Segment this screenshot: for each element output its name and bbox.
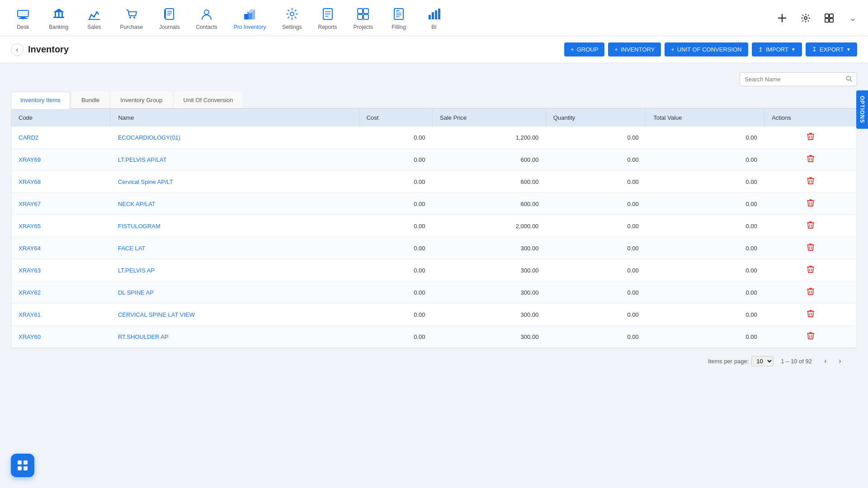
svg-rect-29 [358, 9, 363, 14]
tab-unit-of-conversion[interactable]: Unit Of Conversion [174, 92, 243, 108]
nav-projects[interactable]: Projects [347, 2, 379, 34]
delete-button[interactable] [804, 220, 817, 232]
top-navigation: Desk Banking [0, 0, 868, 36]
svg-point-20 [204, 10, 209, 14]
table-row: XRAY68 Cervical Spine AP/LT 0.00 600.00 … [11, 171, 857, 193]
row-code[interactable]: XRAY67 [19, 201, 41, 207]
search-input[interactable] [745, 76, 842, 83]
svg-rect-3 [19, 11, 28, 16]
delete-button[interactable] [804, 264, 817, 276]
nav-banking-label: Banking [49, 24, 68, 30]
row-quantity: 0.00 [546, 193, 646, 215]
delete-button[interactable] [804, 286, 817, 298]
sales-icon [86, 6, 102, 22]
group-button[interactable]: + GROUP [564, 42, 604, 56]
page-info: 1 – 10 of 92 [781, 358, 812, 365]
row-quantity: 0.00 [546, 171, 646, 193]
row-total-value: 0.00 [646, 215, 764, 237]
svg-rect-34 [396, 10, 400, 11]
row-sale-price: 1,200.00 [433, 127, 546, 149]
import-button[interactable]: ↥ IMPORT ▼ [752, 42, 802, 56]
table-row: XRAY69 LT.PELVIS AP/LAT 0.00 600.00 0.00… [11, 149, 857, 171]
per-page-select[interactable]: 10 25 50 [751, 356, 774, 366]
row-sale-price: 300.00 [433, 326, 546, 348]
col-quantity: Quantity [546, 109, 646, 127]
row-name[interactable]: RT.SHOULDER AP [118, 333, 169, 340]
search-icon[interactable] [846, 75, 852, 83]
row-code[interactable]: XRAY62 [19, 289, 41, 296]
tab-inventory-items[interactable]: Inventory Items [11, 92, 70, 109]
svg-rect-39 [432, 12, 434, 19]
tab-bundle[interactable]: Bundle [72, 92, 109, 108]
chevron-down-icon[interactable]: ⌄ [844, 10, 861, 26]
svg-point-10 [90, 14, 92, 16]
nav-desk[interactable]: Desk [7, 2, 39, 34]
delete-button[interactable] [804, 242, 817, 254]
row-total-value: 0.00 [646, 193, 764, 215]
svg-point-24 [290, 12, 294, 16]
row-name[interactable]: Cervical Spine AP/LT [118, 178, 173, 185]
add-button[interactable] [774, 10, 790, 26]
back-button[interactable]: ‹ [11, 43, 24, 56]
row-name[interactable]: CERVICAL SPINE LAT VIEW [118, 311, 195, 318]
next-page-button[interactable]: › [834, 355, 846, 367]
col-cost: Cost [359, 109, 432, 127]
grid-icon[interactable] [821, 10, 837, 26]
table-row: XRAY67 NECK AP/LAT 0.00 600.00 0.00 0.00 [11, 193, 857, 215]
page-header-left: ‹ Inventory [11, 43, 69, 56]
export-button[interactable]: ↧ EXPORT ▼ [806, 42, 857, 56]
tabs: Inventory Items Bundle Inventory Group U… [11, 92, 857, 109]
options-tab[interactable]: OPTIONS [856, 90, 868, 129]
row-name[interactable]: DL SPINE AP [118, 289, 154, 296]
pagination: Items per page: 10 25 50 1 – 10 of 92 ‹ … [11, 348, 857, 374]
row-quantity: 0.00 [546, 304, 646, 326]
svg-rect-1 [20, 17, 26, 18]
row-code[interactable]: XRAY60 [19, 333, 41, 340]
plus-icon: + [571, 46, 574, 53]
prev-page-button[interactable]: ‹ [819, 355, 832, 367]
nav-settings[interactable]: Settings [276, 2, 308, 34]
delete-button[interactable] [804, 309, 817, 320]
nav-banking[interactable]: Banking [42, 2, 75, 34]
delete-button[interactable] [804, 331, 817, 343]
nav-sales[interactable]: Sales [78, 2, 110, 34]
row-quantity: 0.00 [546, 149, 646, 171]
import-icon: ↥ [758, 46, 763, 53]
gear-icon[interactable] [797, 10, 814, 26]
nav-pro-inventory[interactable]: Pro Inventory [227, 2, 272, 34]
table-row: XRAY60 RT.SHOULDER AP 0.00 300.00 0.00 0… [11, 326, 857, 348]
import-dropdown-arrow: ▼ [791, 47, 796, 52]
nav-reports[interactable]: Reports [312, 2, 344, 34]
delete-button[interactable] [804, 176, 817, 188]
inventory-button[interactable]: + INVENTORY [608, 42, 661, 56]
row-cost: 0.00 [359, 282, 432, 304]
row-code[interactable]: XRAY69 [19, 156, 41, 163]
unit-of-conversion-button[interactable]: + UNIT OF CONVERSION [665, 42, 748, 56]
row-cost: 0.00 [359, 193, 432, 215]
row-code[interactable]: XRAY65 [19, 223, 41, 230]
row-name[interactable]: FISTULOGRAM [118, 223, 160, 230]
row-name[interactable]: FACE LAT [118, 245, 145, 252]
delete-button[interactable] [804, 198, 817, 210]
row-name[interactable]: ECOCARDIOLOGY(01) [118, 134, 180, 141]
row-code[interactable]: CARD2 [19, 134, 38, 141]
delete-button[interactable] [804, 131, 817, 143]
delete-button[interactable] [804, 154, 817, 165]
nav-contacts[interactable]: Contacts [189, 2, 223, 34]
nav-filling[interactable]: Filling [383, 2, 415, 34]
row-code[interactable]: XRAY63 [19, 267, 41, 274]
nav-journals[interactable]: Journals [153, 2, 186, 34]
row-code[interactable]: XRAY68 [19, 178, 41, 185]
row-total-value: 0.00 [646, 149, 764, 171]
nav-purchase[interactable]: Purchase [113, 2, 149, 34]
nav-bi[interactable]: BI [418, 2, 450, 34]
tab-inventory-group[interactable]: Inventory Group [111, 92, 172, 108]
row-code[interactable]: XRAY61 [19, 311, 41, 318]
row-total-value: 0.00 [646, 127, 764, 149]
row-name[interactable]: LT.PELVIS AP [118, 267, 155, 274]
row-name[interactable]: NECK AP/LAT [118, 201, 156, 207]
row-code[interactable]: XRAY64 [19, 245, 41, 252]
svg-rect-16 [164, 9, 166, 19]
row-name[interactable]: LT.PELVIS AP/LAT [118, 156, 167, 163]
nav-settings-label: Settings [282, 24, 302, 30]
